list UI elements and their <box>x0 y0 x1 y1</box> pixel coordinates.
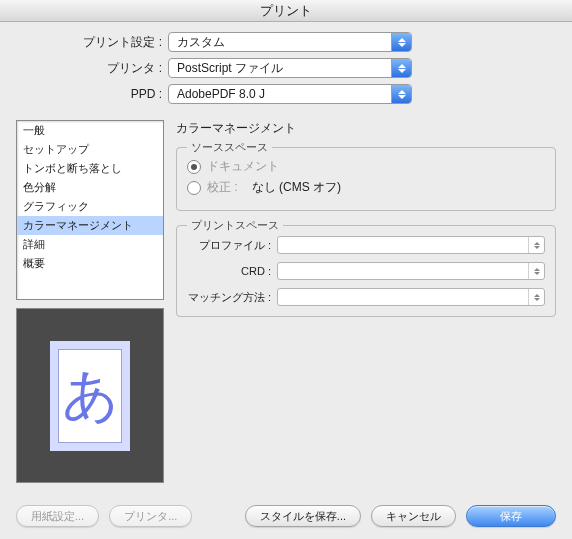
left-column: 一般セットアップトンボと断ち落とし色分解グラフィックカラーマネージメント詳細概要… <box>16 120 164 489</box>
preview-page: あ <box>58 349 122 443</box>
list-item[interactable]: 詳細 <box>17 235 163 254</box>
printer-select[interactable]: PostScript ファイル <box>168 58 412 78</box>
list-item[interactable]: 色分解 <box>17 178 163 197</box>
source-space-legend: ソーススペース <box>187 140 272 155</box>
ppd-value: AdobePDF 8.0 J <box>169 87 265 101</box>
ppd-label: PPD : <box>0 87 168 101</box>
printer-label: プリンタ : <box>0 60 168 77</box>
print-preset-value: カスタム <box>169 34 225 51</box>
window-title: プリント <box>0 0 572 22</box>
dropdown-arrows-icon <box>391 59 411 77</box>
dialog-body: 一般セットアップトンボと断ち落とし色分解グラフィックカラーマネージメント詳細概要… <box>0 116 572 497</box>
page-setup-button[interactable]: 用紙設定... <box>16 505 99 527</box>
intent-label: マッチング方法 : <box>187 290 277 305</box>
print-dialog: プリント プリント設定 : カスタム プリンタ : PostScript ファイ… <box>0 0 572 539</box>
settings-panel: カラーマネージメント ソーススペース ドキュメント 校正 : なし (CMS オ… <box>176 120 556 489</box>
print-space-group: プリントスペース プロファイル : CRD : マッチング方法 : <box>176 225 556 317</box>
stepper-arrows-icon <box>528 289 544 305</box>
cancel-button[interactable]: キャンセル <box>371 505 456 527</box>
list-item[interactable]: セットアップ <box>17 140 163 159</box>
print-preset-select[interactable]: カスタム <box>168 32 412 52</box>
stepper-arrows-icon <box>528 237 544 253</box>
crd-label: CRD : <box>187 265 277 277</box>
crd-select[interactable] <box>277 262 545 280</box>
top-settings: プリント設定 : カスタム プリンタ : PostScript ファイル PPD… <box>0 22 572 116</box>
source-space-group: ソーススペース ドキュメント 校正 : なし (CMS オフ) <box>176 147 556 211</box>
button-bar: 用紙設定... プリンタ... スタイルを保存... キャンセル 保存 <box>0 497 572 539</box>
preview-glyph: あ <box>62 358 119 434</box>
source-proof-radio[interactable] <box>187 181 201 195</box>
preview-bleed: あ <box>50 341 130 451</box>
save-button[interactable]: 保存 <box>466 505 556 527</box>
panel-heading: カラーマネージメント <box>176 120 556 137</box>
list-item[interactable]: トンボと断ち落とし <box>17 159 163 178</box>
list-item[interactable]: 一般 <box>17 121 163 140</box>
source-document-radio[interactable] <box>187 160 201 174</box>
category-list[interactable]: 一般セットアップトンボと断ち落とし色分解グラフィックカラーマネージメント詳細概要 <box>16 120 164 300</box>
source-proof-label: 校正 : <box>207 179 238 196</box>
save-style-button[interactable]: スタイルを保存... <box>245 505 361 527</box>
dropdown-arrows-icon <box>391 33 411 51</box>
intent-select[interactable] <box>277 288 545 306</box>
source-document-row: ドキュメント <box>187 158 545 175</box>
profile-label: プロファイル : <box>187 238 277 253</box>
source-document-label: ドキュメント <box>207 158 279 175</box>
source-proof-row: 校正 : なし (CMS オフ) <box>187 179 545 196</box>
stepper-arrows-icon <box>528 263 544 279</box>
list-item[interactable]: カラーマネージメント <box>17 216 163 235</box>
dropdown-arrows-icon <box>391 85 411 103</box>
list-item[interactable]: グラフィック <box>17 197 163 216</box>
list-item[interactable]: 概要 <box>17 254 163 273</box>
print-space-legend: プリントスペース <box>187 218 283 233</box>
printer-value: PostScript ファイル <box>169 60 283 77</box>
ppd-select[interactable]: AdobePDF 8.0 J <box>168 84 412 104</box>
page-preview: あ <box>16 308 164 483</box>
print-preset-label: プリント設定 : <box>0 34 168 51</box>
source-proof-value: なし (CMS オフ) <box>252 179 341 196</box>
printer-button[interactable]: プリンタ... <box>109 505 192 527</box>
profile-select[interactable] <box>277 236 545 254</box>
